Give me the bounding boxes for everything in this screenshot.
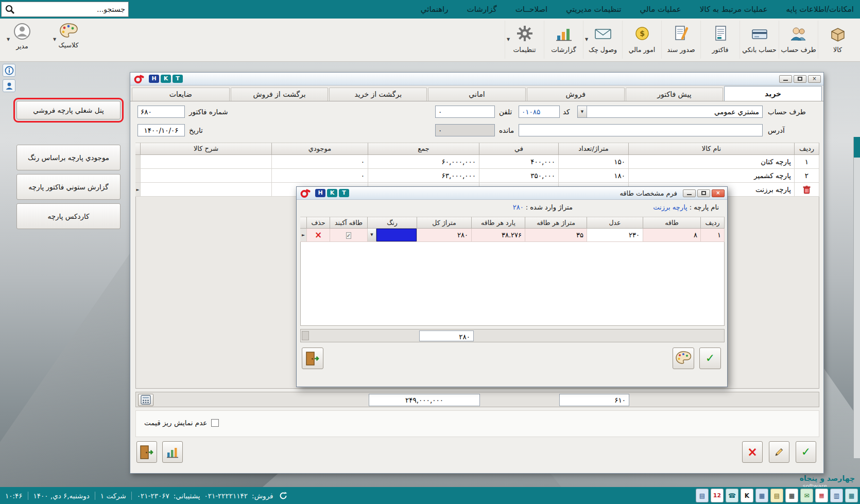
cell-row-number[interactable]: ۱ xyxy=(701,229,725,242)
user-dropdown-icon[interactable]: ▼ xyxy=(7,37,10,42)
header-sealed-roll[interactable]: طاقه آکبند xyxy=(330,217,368,229)
phone-icon[interactable]: ☎ xyxy=(726,489,738,502)
cell-item-name[interactable]: پارچه کشمیر xyxy=(629,169,795,183)
menu-base-facilities[interactable]: امکانات/اطلاعات پایه xyxy=(786,5,854,14)
calendar-day-icon[interactable]: 12 xyxy=(711,489,724,502)
cell-description[interactable] xyxy=(141,169,272,183)
table-shortcut-icon[interactable]: ▦ xyxy=(755,489,768,502)
toolbar-issue-document[interactable]: صدور سند xyxy=(661,21,700,59)
refresh-button[interactable] xyxy=(279,491,288,500)
cell-description[interactable] xyxy=(141,155,272,169)
toolbar-goods[interactable]: کالا xyxy=(818,21,857,59)
note-icon[interactable]: ▤ xyxy=(770,489,783,502)
roll-specs-titlebar[interactable]: H K T فرم مشخصات طاقه × xyxy=(297,187,727,200)
header-row-number[interactable]: ردیف xyxy=(701,217,725,229)
tab-waste[interactable]: ضایعات xyxy=(132,88,230,101)
menu-corrections[interactable]: اصلاحــات xyxy=(515,5,548,14)
header-yard-per-roll[interactable]: یارد هر طاقه xyxy=(472,217,525,229)
cell-quantity[interactable]: ۱۵۰ xyxy=(559,155,629,169)
tab-proforma[interactable]: پیش فاکتور xyxy=(626,88,724,101)
header-total-meterage[interactable]: متراژ کل xyxy=(417,217,472,229)
cell-unit-price[interactable]: ۳۵۰,۰۰۰ xyxy=(479,169,559,183)
tab-sale[interactable]: فروش xyxy=(527,88,625,101)
header-stock[interactable]: موجودي xyxy=(272,143,368,155)
selected-color-swatch[interactable] xyxy=(376,229,417,241)
hide-price-checkbox[interactable] xyxy=(211,419,219,427)
message-icon[interactable]: ✉ xyxy=(800,489,813,502)
cell-meterage-per-roll[interactable]: ۳۵ xyxy=(525,229,587,242)
cell-row-number[interactable]: ۱ xyxy=(795,155,819,169)
toolbar-cheque-collection[interactable]: ▼ وصول چک xyxy=(583,21,622,59)
color-palette-button[interactable] xyxy=(673,347,694,369)
cell-unit-price[interactable]: ۴۰۰,۰۰۰ xyxy=(479,155,559,169)
color-cell[interactable]: ▼ xyxy=(368,229,417,242)
calculate-button[interactable] xyxy=(138,394,153,406)
phone-field[interactable]: ۰ xyxy=(435,106,495,118)
toolbar-reports[interactable]: گزارشات xyxy=(544,21,583,59)
cell-roll-count[interactable]: ۸ xyxy=(643,229,701,242)
cell-total-meterage[interactable]: ۲۸۰ xyxy=(417,229,472,242)
row-selector-cell[interactable] xyxy=(135,169,141,183)
sealed-roll-checkbox[interactable]: ✓ xyxy=(346,232,351,239)
header-unit-price[interactable]: في xyxy=(479,143,559,155)
color-dropdown-icon[interactable]: ▼ xyxy=(368,229,376,241)
header-total[interactable]: جمع xyxy=(368,143,479,155)
edit-invoice-button[interactable] xyxy=(769,441,789,463)
side-button-fabric-invoice-report[interactable]: گزارش ستوني فاکتور پارچه xyxy=(16,174,121,200)
header-quantity[interactable]: متراژ/تعداد xyxy=(559,143,629,155)
tab-purchase[interactable]: خرید xyxy=(724,86,822,101)
currency-k-icon[interactable]: K xyxy=(741,489,753,502)
tab-purchase-return[interactable]: برگشت از خرید xyxy=(329,88,427,101)
account-party-combobox[interactable]: ▼ مشتري عمومي xyxy=(577,106,763,118)
menu-help[interactable]: راهنمائي xyxy=(421,5,449,14)
toolbar-settings[interactable]: ▼ تنظیمات xyxy=(505,21,544,59)
side-button-fabric-stock-by-color[interactable]: موجودي پارچه براساس رنگ xyxy=(16,145,121,170)
cell-yard-per-roll[interactable]: ۳۸.۲۷۶ xyxy=(472,229,525,242)
delete-roll-button[interactable]: × xyxy=(307,229,330,242)
toolbar-financial-affairs[interactable]: $ امور مالي xyxy=(622,21,661,59)
cell-bale[interactable]: ۲۳۰ xyxy=(587,229,643,242)
menu-financial-operations[interactable]: عملیات مالي xyxy=(640,5,681,14)
toolbar-account-party[interactable]: طرف حساب xyxy=(779,21,818,59)
dialog-close-button[interactable]: × xyxy=(712,189,725,197)
date-field[interactable]: ۱۴۰۰/۱۰/۰۶ xyxy=(137,124,185,136)
reports-shortcut-icon[interactable]: ▤ xyxy=(696,489,709,502)
cell-quantity[interactable]: ۱۸۰ xyxy=(559,169,629,183)
save-invoice-button[interactable]: ✓ xyxy=(796,441,816,463)
toolbar-theme-classic[interactable]: ▼ کلاسیک xyxy=(51,21,85,50)
header-meterage-per-roll[interactable]: متراژ هر طاقه xyxy=(525,217,587,229)
collapsed-panel-handle[interactable] xyxy=(854,137,860,158)
dialog-confirm-button[interactable]: ✓ xyxy=(699,347,721,369)
scrollbar-thumb[interactable] xyxy=(302,331,309,340)
search-input[interactable] xyxy=(15,5,125,13)
roll-row-1[interactable]: ► × ✓ ▼ ۲۸۰ ۳۸.۲۷۶ ۳۵ ۲۳۰ ۸ ۱ xyxy=(300,229,725,242)
tab-consignment[interactable]: اماني xyxy=(428,88,526,101)
menu-goods-operations[interactable]: عملیات مرتبط به کالا xyxy=(700,5,768,14)
fabric-name-value[interactable]: پارچه برزنت xyxy=(653,203,687,211)
user-shortcut-button[interactable] xyxy=(3,79,15,92)
window-minimize-button[interactable] xyxy=(779,75,792,83)
apps-icon[interactable]: ▦ xyxy=(845,489,858,502)
item-row-2[interactable]: ۰ ۶۳,۰۰۰,۰۰۰ ۳۵۰,۰۰۰ ۱۸۰ پارچه کشمیر ۲ xyxy=(135,169,819,183)
dialog-exit-button[interactable] xyxy=(302,347,323,369)
hide-price-option[interactable]: عدم نمایش ریز قیمت xyxy=(144,419,219,427)
header-roll[interactable]: طاقه xyxy=(643,217,701,229)
calendar-icon[interactable]: ▦ xyxy=(815,489,828,502)
cancel-invoice-button[interactable]: × xyxy=(742,441,763,463)
status-company[interactable]: شرکت ۱ xyxy=(100,492,126,500)
cheque-dropdown-icon[interactable]: ▼ xyxy=(585,37,588,42)
combo-dropdown-icon[interactable]: ▼ xyxy=(578,106,587,117)
header-color[interactable]: رنگ xyxy=(368,217,417,229)
account-code-field[interactable]: ۰۱۰۸۵ xyxy=(519,106,560,118)
dialog-minimize-button[interactable] xyxy=(683,189,696,197)
search-box[interactable] xyxy=(1,2,129,17)
cell-total[interactable]: ۶۰,۰۰۰,۰۰۰ xyxy=(368,155,479,169)
chart-report-button[interactable] xyxy=(162,441,183,463)
cell-stock[interactable]: ۰ xyxy=(272,169,368,183)
side-button-fabric-panel[interactable]: پنل شغلي پارچه فروشي xyxy=(16,101,121,119)
header-delete[interactable]: حذف xyxy=(307,217,330,229)
header-item-name[interactable]: نام کالا xyxy=(629,143,795,155)
header-item-description[interactable]: شرح کالا xyxy=(141,143,272,155)
item-row-1[interactable]: ۰ ۶۰,۰۰۰,۰۰۰ ۴۰۰,۰۰۰ ۱۵۰ پارچه کتان ۱ xyxy=(135,155,819,169)
info-shortcut-button[interactable] xyxy=(3,64,15,77)
